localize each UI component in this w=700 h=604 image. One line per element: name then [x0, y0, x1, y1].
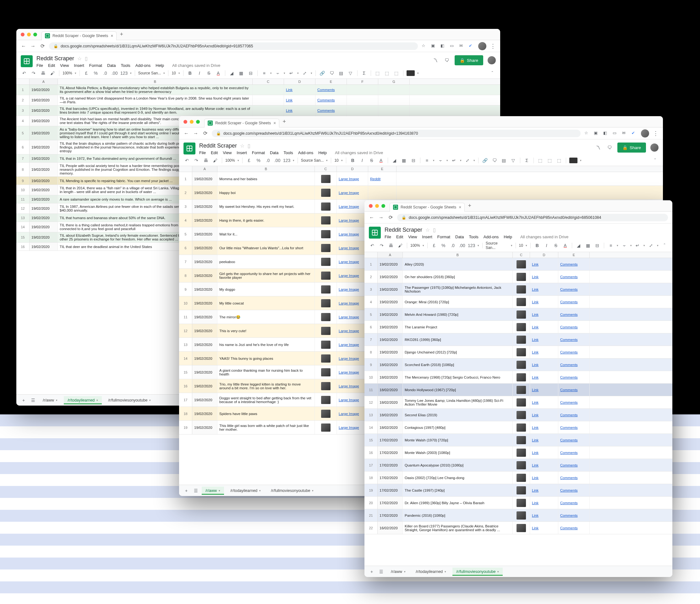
- large-image-cell[interactable]: Large Image: [339, 370, 359, 374]
- link-cell[interactable]: Link: [532, 375, 539, 379]
- decimal-dec-icon[interactable]: .0: [449, 242, 456, 249]
- chart-icon[interactable]: ▤: [338, 70, 345, 77]
- comments-cell[interactable]: Comments: [560, 451, 578, 454]
- thumb-cell[interactable]: [513, 384, 530, 396]
- table-row[interactable]: 17 17/02/2020 Quantum Apocalypse (2010) …: [365, 459, 672, 472]
- date-cell[interactable]: 19/02/2020: [29, 95, 58, 105]
- menu-data[interactable]: Data: [455, 235, 464, 239]
- thumb-cell[interactable]: [315, 365, 337, 379]
- comments-cell[interactable]: Comments: [560, 526, 578, 530]
- fill-color-icon[interactable]: ◢: [391, 157, 398, 164]
- link-cell[interactable]: Link: [532, 288, 539, 291]
- large-image-cell[interactable]: Large Image: [339, 384, 359, 388]
- row-number[interactable]: 13: [179, 338, 192, 351]
- title-cell[interactable]: Melvin And Howard (1980) [720p]: [403, 308, 513, 320]
- link-cell[interactable]: Link: [532, 489, 539, 492]
- col-header[interactable]: E: [316, 79, 347, 84]
- rotate-icon[interactable]: ⤢: [301, 70, 308, 77]
- star-doc-icon[interactable]: ☆: [425, 227, 430, 233]
- date-cell[interactable]: 19/02/2020: [378, 308, 403, 320]
- row-number[interactable]: 6: [365, 321, 378, 333]
- table-row[interactable]: 12 18/02/2020 Tommy Lee Jones &amp; Lind…: [365, 396, 672, 409]
- all-sheets-icon[interactable]: ☰: [378, 568, 384, 575]
- move-folder-icon[interactable]: ▯: [433, 227, 436, 233]
- theme-icon[interactable]: [406, 70, 415, 76]
- valign-icon[interactable]: ⫟: [274, 70, 281, 77]
- table-row[interactable]: 18 17/02/2020 Oasis (2002) [720p] Lee Ch…: [365, 472, 672, 484]
- extension-icon[interactable]: ✔: [469, 43, 474, 49]
- date-cell[interactable]: 19/02/2020: [29, 105, 58, 115]
- row-number[interactable]: 22: [365, 522, 378, 534]
- title-cell[interactable]: TIL a cat named Moon Unit disappeared fr…: [58, 95, 253, 105]
- link-cell[interactable]: Link: [532, 262, 539, 266]
- large-image-cell[interactable]: Large Image: [339, 329, 359, 333]
- comment-icon[interactable]: 🗨: [491, 157, 498, 164]
- thumb-cell[interactable]: [315, 379, 337, 393]
- thumb-cell[interactable]: [315, 227, 337, 241]
- row-number[interactable]: 7: [16, 154, 29, 162]
- col-header[interactable]: D: [337, 166, 368, 172]
- table-row[interactable]: 2 19/02/2020 TIL a cat named Moon Unit d…: [16, 95, 500, 105]
- doc-title[interactable]: Reddit Scraper: [199, 142, 237, 149]
- thumb-cell[interactable]: [315, 186, 337, 199]
- format-number-icon[interactable]: 123: [121, 70, 128, 77]
- comments-cell[interactable]: Comments: [560, 426, 578, 429]
- row-number[interactable]: 1: [16, 85, 29, 95]
- merge-icon[interactable]: ⊟: [247, 70, 254, 77]
- link-icon[interactable]: 🔗: [319, 70, 326, 77]
- table-row[interactable]: 11 18/02/2020 Mondo Hollywood (1967) [72…: [365, 384, 672, 396]
- date-cell[interactable]: 19/02/2020: [192, 241, 218, 255]
- table-row[interactable]: 20 17/02/2020 Dr. Alien (1989) [360p] Bi…: [365, 497, 672, 509]
- row-number[interactable]: 17: [179, 393, 192, 406]
- row-number[interactable]: 8: [365, 346, 378, 358]
- text-color-icon[interactable]: A: [378, 157, 384, 164]
- large-image-cell[interactable]: Large Image: [339, 218, 359, 222]
- date-cell[interactable]: 19/02/2020: [192, 227, 218, 241]
- wrap-icon[interactable]: ↵: [451, 157, 457, 164]
- title-cell[interactable]: Dr. Alien (1989) [360p] Billy Jayne – Ol…: [403, 497, 513, 509]
- title-cell[interactable]: My sweet boi Hershey. His eyes melt my h…: [218, 200, 315, 213]
- link-cell[interactable]: Link: [532, 514, 539, 517]
- sheet-tab-todayilearned[interactable]: /r/todayilearned▾: [227, 487, 265, 495]
- date-cell[interactable]: 19/02/2020: [192, 283, 218, 296]
- sheets-app-icon[interactable]: [369, 227, 381, 239]
- sheet-tab-aww[interactable]: /r/aww▾: [202, 487, 224, 495]
- share-button[interactable]: 🔒Share: [455, 55, 483, 65]
- date-cell[interactable]: 19/02/2020: [192, 269, 218, 282]
- table-row[interactable]: 7 19/02/2020 RKO281 (1999) [360p] Link C…: [365, 333, 672, 346]
- title-cell[interactable]: YAAS! This bunny is going places: [218, 351, 315, 365]
- large-image-cell[interactable]: Large Image: [339, 301, 359, 305]
- redo-icon[interactable]: ↷: [378, 242, 385, 249]
- row-number[interactable]: 12: [365, 396, 378, 409]
- thumb-cell[interactable]: [315, 324, 337, 338]
- date-cell[interactable]: 17/02/2020: [378, 497, 403, 509]
- move-folder-icon[interactable]: ▯: [85, 56, 88, 61]
- date-cell[interactable]: 19/02/2020: [29, 195, 58, 203]
- share-button[interactable]: 🔒Share: [617, 142, 646, 153]
- link-cell[interactable]: Link: [286, 109, 293, 112]
- large-image-cell[interactable]: Large Image: [339, 412, 359, 416]
- thumb-cell[interactable]: [315, 407, 337, 420]
- large-image-cell[interactable]: Large Image: [339, 426, 359, 429]
- col-header[interactable]: F: [347, 79, 378, 84]
- date-cell[interactable]: 18/02/2020: [378, 384, 403, 396]
- large-image-cell[interactable]: Large Image: [339, 232, 359, 236]
- borders-icon[interactable]: ▦: [401, 157, 407, 164]
- thumb-cell[interactable]: [513, 459, 530, 471]
- comments-cell[interactable]: Comments: [317, 88, 335, 92]
- date-cell[interactable]: 19/02/2020: [192, 324, 218, 338]
- star-icon[interactable]: ☆: [584, 131, 590, 136]
- close-window-button[interactable]: [183, 120, 187, 124]
- comments-cell[interactable]: Comments: [560, 476, 578, 480]
- valign-icon[interactable]: ⫟: [621, 242, 628, 249]
- title-cell[interactable]: Orange: Mirai (2016) [720p]: [403, 296, 513, 308]
- thumb-cell[interactable]: [513, 484, 530, 496]
- percent-icon[interactable]: %: [255, 157, 262, 164]
- table-row[interactable]: 13 18/02/2020 Second Elias (2019) Link C…: [365, 409, 672, 421]
- font-select[interactable]: Source San...: [301, 158, 324, 163]
- paint-format-icon[interactable]: 🖌: [212, 157, 219, 164]
- undo-icon[interactable]: ↶: [369, 242, 376, 249]
- date-cell[interactable]: 19/02/2020: [192, 255, 218, 268]
- title-cell[interactable]: Monte Walsh (2003) [1080p]: [403, 446, 513, 458]
- thumb-cell[interactable]: [513, 321, 530, 333]
